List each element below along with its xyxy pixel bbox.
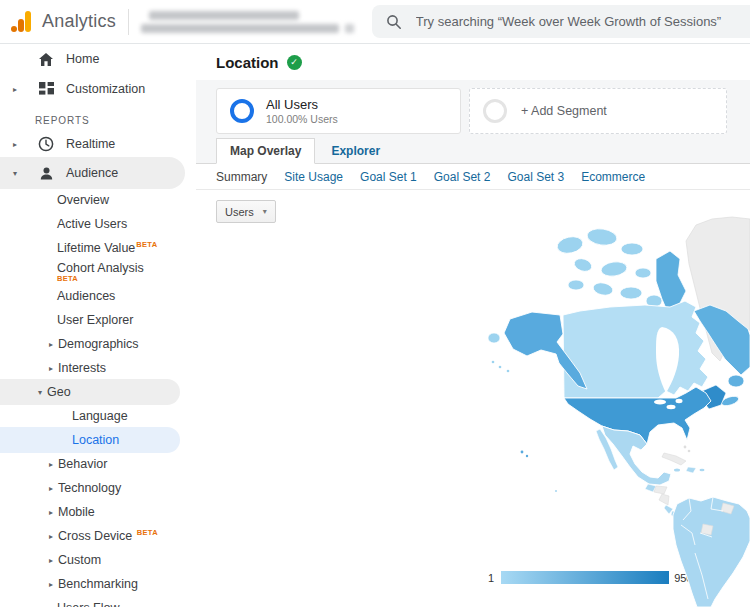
metric-link-summary[interactable]: Summary bbox=[216, 170, 267, 184]
audience-icon bbox=[35, 166, 57, 181]
caret-down-icon: ▾ bbox=[8, 169, 22, 178]
sidebar-item-realtime[interactable]: ▸ Realtime bbox=[0, 130, 196, 158]
caret-right-icon: ▸ bbox=[44, 484, 58, 493]
metric-link-ecommerce[interactable]: Ecommerce bbox=[581, 170, 645, 184]
reports-section-label: REPORTS bbox=[0, 104, 196, 130]
active-row-highlight bbox=[0, 379, 180, 405]
analytics-app: Analytics Home ▸ Customizati bbox=[0, 0, 750, 607]
caret-right-icon: ▸ bbox=[44, 556, 58, 565]
add-segment-ring-icon bbox=[483, 99, 507, 123]
sidebar-item-active-users[interactable]: Active Users bbox=[0, 212, 196, 236]
region-hispaniola bbox=[686, 467, 696, 473]
report-tabs: Map Overlay Explorer bbox=[196, 138, 380, 164]
beta-badge: BETA bbox=[137, 528, 158, 537]
page-title: Location bbox=[216, 54, 279, 71]
sidebar-item-audience[interactable]: ▾ Audience bbox=[0, 158, 196, 188]
region-newfoundland bbox=[728, 375, 744, 387]
search-bar[interactable] bbox=[372, 5, 750, 38]
header-divider bbox=[128, 9, 129, 35]
sidebar-item-interests[interactable]: ▸ Interests bbox=[0, 356, 196, 380]
sidebar-item-demographics[interactable]: ▸ Demographics bbox=[0, 332, 196, 356]
users-metric-dropdown[interactable]: Users ▾ bbox=[216, 200, 276, 223]
beta-badge: BETA bbox=[136, 240, 157, 249]
caret-right-icon: ▸ bbox=[44, 340, 58, 349]
sidebar-item-benchmarking[interactable]: ▸ Benchmarking bbox=[0, 572, 196, 596]
metric-link-goal-set-1[interactable]: Goal Set 1 bbox=[360, 170, 417, 184]
sidebar-item-cross-device[interactable]: ▸ Cross Device BETA bbox=[0, 524, 196, 548]
account-name-redacted bbox=[141, 11, 354, 33]
brand-name: Analytics bbox=[42, 11, 116, 32]
realtime-icon bbox=[35, 136, 57, 152]
customization-icon bbox=[35, 82, 57, 97]
metric-link-goal-set-2[interactable]: Goal Set 2 bbox=[434, 170, 491, 184]
sidebar-item-behavior[interactable]: ▸ Behavior bbox=[0, 452, 196, 476]
region-paraguay bbox=[701, 524, 713, 535]
verified-check-icon: ✓ bbox=[287, 55, 302, 70]
add-segment-label: + Add Segment bbox=[521, 104, 607, 118]
caret-right-icon: ▸ bbox=[44, 532, 58, 541]
sidebar-item-user-explorer[interactable]: User Explorer bbox=[0, 308, 196, 332]
geo-map[interactable] bbox=[480, 215, 750, 607]
caret-right-icon: ▸ bbox=[44, 580, 58, 589]
analytics-logo-icon bbox=[10, 11, 32, 33]
segment-ring-icon bbox=[230, 99, 254, 123]
caret-right-icon: ▸ bbox=[8, 140, 22, 149]
region-arctic-islands bbox=[556, 227, 662, 307]
sidebar-item-technology[interactable]: ▸ Technology bbox=[0, 476, 196, 500]
dropdown-caret-icon: ▾ bbox=[263, 207, 267, 216]
search-icon bbox=[386, 14, 402, 30]
add-segment-button[interactable]: + Add Segment bbox=[469, 88, 727, 134]
caret-right-icon: ▸ bbox=[44, 364, 58, 373]
metric-group-links: Summary Site Usage Goal Set 1 Goal Set 2… bbox=[196, 164, 750, 190]
tab-map-overlay[interactable]: Map Overlay bbox=[216, 138, 315, 164]
sidebar-item-location[interactable]: Location bbox=[0, 428, 196, 452]
segment-all-users[interactable]: All Users 100.00% Users bbox=[216, 88, 461, 134]
region-cuba bbox=[662, 453, 686, 465]
sidebar-item-cohort-analysis[interactable]: Cohort Analysis BETA bbox=[0, 260, 196, 284]
segment-title: All Users bbox=[266, 97, 338, 112]
metric-link-site-usage[interactable]: Site Usage bbox=[284, 170, 343, 184]
analytics-logo[interactable]: Analytics bbox=[10, 11, 116, 33]
caret-right-icon: ▸ bbox=[44, 508, 58, 517]
app-header: Analytics bbox=[0, 0, 750, 44]
metric-link-goal-set-3[interactable]: Goal Set 3 bbox=[507, 170, 564, 184]
segment-subtitle: 100.00% Users bbox=[266, 113, 338, 125]
caret-right-icon: ▸ bbox=[44, 460, 58, 469]
sidebar-item-audiences[interactable]: Audiences bbox=[0, 284, 196, 308]
sidebar-item-overview[interactable]: Overview bbox=[0, 188, 196, 212]
sidebar-item-geo[interactable]: ▾ Geo bbox=[0, 380, 196, 404]
caret-down-icon: ▾ bbox=[33, 388, 47, 397]
sidebar-item-mobile[interactable]: ▸ Mobile bbox=[0, 500, 196, 524]
sidebar-item-custom[interactable]: ▸ Custom bbox=[0, 548, 196, 572]
sidebar-item-home[interactable]: Home bbox=[0, 44, 196, 74]
region-south-america bbox=[673, 497, 750, 607]
sidebar-item-users-flow[interactable]: Users Flow bbox=[0, 596, 196, 607]
report-title-row: Location ✓ bbox=[196, 44, 750, 80]
beta-badge: BETA bbox=[57, 275, 78, 283]
home-icon bbox=[35, 52, 57, 67]
sidebar-item-customization[interactable]: ▸ Customization bbox=[0, 74, 196, 104]
americas-map-svg bbox=[480, 215, 750, 607]
caret-right-icon: ▸ bbox=[8, 85, 22, 94]
sidebar-item-language[interactable]: Language bbox=[0, 404, 196, 428]
sidebar: Home ▸ Customization REPORTS ▸ Realtime … bbox=[0, 44, 196, 607]
sidebar-item-lifetime-value[interactable]: Lifetime ValueBETA bbox=[0, 236, 196, 260]
search-input[interactable] bbox=[416, 14, 736, 29]
segment-band: All Users 100.00% Users + Add Segment Ma… bbox=[196, 80, 750, 164]
tab-explorer[interactable]: Explorer bbox=[331, 138, 380, 164]
